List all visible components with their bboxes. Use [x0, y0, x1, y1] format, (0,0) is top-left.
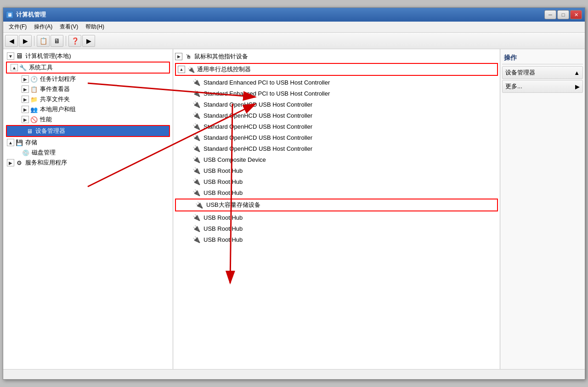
- show-hide-button[interactable]: 📋: [37, 35, 50, 47]
- device-item-3[interactable]: 🔌 Standard OpenHCD USB Host Controller: [173, 110, 500, 121]
- forward-button[interactable]: ▶: [19, 35, 32, 47]
- usb-category-icon: 🔌: [187, 65, 195, 74]
- device-label-12: USB Root Hub: [204, 214, 243, 221]
- device-label-8: USB Root Hub: [204, 167, 243, 174]
- tree-system-tools[interactable]: ▲ 🔧 系统工具: [7, 63, 169, 73]
- device-manager-icon: 🖥: [25, 127, 34, 135]
- tree-task-scheduler-label: 任务计划程序: [40, 75, 76, 83]
- shared-folders-expander[interactable]: ▶: [22, 96, 29, 103]
- device-label-1: Standard Enhanced PCI to USB Host Contro…: [204, 90, 330, 97]
- tree-storage-label: 存储: [25, 138, 37, 147]
- root-expander[interactable]: ▼: [7, 52, 14, 60]
- menu-file[interactable]: 文件(F): [5, 22, 30, 32]
- tree-performance-label: 性能: [40, 115, 52, 124]
- device-item-2[interactable]: 🔌 Standard OpenHCD USB Host Controller: [173, 99, 500, 110]
- device-item-1[interactable]: 🔌 Standard Enhanced PCI to USB Host Cont…: [173, 88, 500, 99]
- usb-icon-12: 🔌: [192, 213, 201, 222]
- usb-category[interactable]: ▲ 🔌 通用串行总线控制器: [176, 64, 497, 75]
- mouse-category[interactable]: ▶ 🖱 鼠标和其他指针设备: [173, 51, 500, 62]
- device-item-0[interactable]: 🔌 Standard Enhanced PCI to USB Host Cont…: [173, 77, 500, 88]
- menu-action[interactable]: 操作(A): [30, 22, 56, 32]
- tree-event-viewer-label: 事件查看器: [40, 85, 70, 93]
- services-expander[interactable]: ▶: [7, 159, 14, 166]
- tree-performance[interactable]: ▶ 🚫 性能: [3, 114, 173, 125]
- device-item-8[interactable]: 🔌 USB Root Hub: [173, 165, 500, 176]
- usb-category-expander[interactable]: ▲: [178, 66, 185, 73]
- mouse-icon: 🖱: [184, 52, 192, 61]
- device-item-6[interactable]: 🔌 Standard OpenHCD USB Host Controller: [173, 143, 500, 154]
- system-tools-expander[interactable]: ▲: [11, 64, 18, 71]
- device-label-0: Standard Enhanced PCI to USB Host Contro…: [204, 79, 330, 86]
- action-device-manager-label: 设备管理器: [505, 68, 535, 77]
- usb-icon-11: 🔌: [194, 200, 204, 210]
- action-more[interactable]: 更多... ▶: [502, 80, 583, 93]
- device-item-4[interactable]: 🔌 Standard OpenHCD USB Host Controller: [173, 121, 500, 132]
- device-manager-highlight: 🖥 设备管理器: [6, 125, 170, 137]
- usb-category-highlight: ▲ 🔌 通用串行总线控制器: [175, 63, 498, 76]
- usb-icon-10: 🔌: [192, 188, 201, 197]
- usb-icon-3: 🔌: [192, 111, 201, 120]
- usb-icon-1: 🔌: [192, 89, 201, 98]
- device-item-10[interactable]: 🔌 USB Root Hub: [173, 187, 500, 198]
- task-scheduler-expander[interactable]: ▶: [22, 75, 29, 83]
- event-viewer-expander[interactable]: ▶: [22, 85, 29, 93]
- usb-icon-9: 🔌: [192, 177, 201, 186]
- back-button[interactable]: ◀: [5, 35, 18, 47]
- menu-help[interactable]: 帮助(H): [82, 22, 108, 32]
- tree-disk-management[interactable]: 💿 磁盘管理: [3, 148, 173, 158]
- device-item-14[interactable]: 🔌 USB Root Hub: [173, 234, 500, 245]
- tree-root[interactable]: ▼ 🖥 计算机管理(本地): [3, 51, 173, 61]
- action-device-manager[interactable]: 设备管理器 ▲: [502, 66, 583, 79]
- minimize-button[interactable]: ─: [544, 10, 556, 19]
- device-item-5[interactable]: 🔌 Standard OpenHCD USB Host Controller: [173, 132, 500, 143]
- tree-system-tools-label: 系统工具: [29, 63, 53, 72]
- tree-task-scheduler[interactable]: ▶ 🕐 任务计划程序: [3, 74, 173, 84]
- run-button[interactable]: ▶: [82, 35, 95, 47]
- device-item-11[interactable]: 🔌 USB大容量存储设备: [176, 199, 497, 211]
- device-label-6: Standard OpenHCD USB Host Controller: [204, 145, 312, 152]
- usb-icon-2: 🔌: [192, 100, 201, 109]
- help-button[interactable]: ❓: [68, 35, 81, 47]
- menu-bar: 文件(F) 操作(A) 查看(V) 帮助(H): [3, 22, 585, 33]
- usb-icon-13: 🔌: [192, 224, 201, 233]
- computer-button[interactable]: 🖥: [51, 35, 63, 47]
- performance-expander[interactable]: ▶: [22, 116, 29, 123]
- device-label-14: USB Root Hub: [204, 236, 243, 243]
- usb-mass-storage-highlight: 🔌 USB大容量存储设备: [175, 199, 498, 211]
- tree-shared-folders[interactable]: ▶ 📁 共享文件夹: [3, 94, 173, 104]
- device-item-7[interactable]: 🔌 USB Composite Device: [173, 154, 500, 165]
- status-bar: [3, 369, 585, 379]
- tree-storage[interactable]: ▲ 💾 存储: [3, 137, 173, 148]
- maximize-button[interactable]: □: [557, 10, 569, 19]
- mouse-category-expander[interactable]: ▶: [175, 53, 182, 60]
- toolbar-separator-1: [34, 36, 34, 46]
- tree-device-manager[interactable]: 🖥 设备管理器: [7, 126, 169, 136]
- event-viewer-icon: 📋: [30, 85, 38, 93]
- menu-view[interactable]: 查看(V): [56, 22, 82, 32]
- app-icon: 🖥: [6, 11, 13, 18]
- tree-shared-folders-label: 共享文件夹: [40, 95, 70, 103]
- action-more-label: 更多...: [505, 82, 522, 91]
- tree-services[interactable]: ▶ ⚙ 服务和应用程序: [3, 158, 173, 168]
- device-item-13[interactable]: 🔌 USB Root Hub: [173, 223, 500, 234]
- title-bar: 🖥 计算机管理 ─ □ ✕: [3, 8, 585, 22]
- usb-icon-5: 🔌: [192, 133, 201, 142]
- usb-icon-7: 🔌: [192, 155, 201, 164]
- tree-services-label: 服务和应用程序: [25, 159, 67, 167]
- device-panel[interactable]: ▶ 🖱 鼠标和其他指针设备 ▲ 🔌 通用串行总线控制器 🔌 St: [173, 49, 500, 369]
- tree-event-viewer[interactable]: ▶ 📋 事件查看器: [3, 84, 173, 94]
- tree-local-users-label: 本地用户和组: [40, 105, 76, 114]
- device-item-9[interactable]: 🔌 USB Root Hub: [173, 176, 500, 187]
- local-users-expander[interactable]: ▶: [22, 106, 29, 113]
- storage-expander[interactable]: ▲: [7, 139, 14, 146]
- tree-local-users[interactable]: ▶ 👥 本地用户和组: [3, 104, 173, 114]
- action-device-manager-arrow: ▲: [574, 69, 580, 76]
- close-button[interactable]: ✕: [570, 10, 582, 19]
- device-item-12[interactable]: 🔌 USB Root Hub: [173, 212, 500, 223]
- device-label-7: USB Composite Device: [204, 156, 266, 163]
- device-label-3: Standard OpenHCD USB Host Controller: [204, 112, 312, 119]
- tree-panel: ▼ 🖥 计算机管理(本地) ▲ 🔧 系统工具 ▶ 🕐 任务计划程序: [3, 49, 173, 369]
- action-more-arrow: ▶: [575, 83, 580, 90]
- computer-icon: 🖥: [15, 52, 23, 60]
- device-label-10: USB Root Hub: [204, 189, 243, 196]
